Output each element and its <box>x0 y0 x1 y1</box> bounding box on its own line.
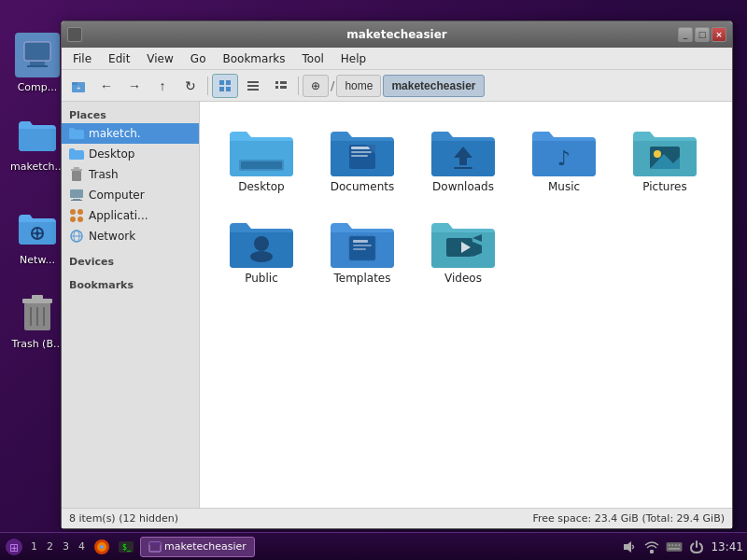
titlebar-controls: _ □ × <box>678 27 726 42</box>
svg-point-36 <box>78 217 83 222</box>
menu-bookmarks[interactable]: Bookmarks <box>215 50 292 67</box>
back-button[interactable]: ← <box>93 74 120 98</box>
menu-file[interactable]: File <box>65 50 99 67</box>
menu-go[interactable]: Go <box>183 50 214 67</box>
svg-rect-43 <box>351 147 370 149</box>
forward-button[interactable]: → <box>121 74 148 98</box>
svg-rect-47 <box>454 167 472 169</box>
svg-rect-44 <box>351 151 372 153</box>
file-item-documents[interactable]: Documents <box>316 117 409 201</box>
computer-icon <box>69 188 84 203</box>
svg-rect-18 <box>219 87 224 91</box>
folder-icon-desktop <box>228 124 295 180</box>
location-icon-button[interactable]: ⊕ <box>303 75 329 97</box>
sidebar-item-maketecheasier[interactable]: maketch. <box>62 123 199 144</box>
svg-rect-41 <box>241 161 282 169</box>
network-icon <box>69 229 84 244</box>
taskbar-power-icon[interactable] <box>688 539 705 555</box>
file-item-label: Documents <box>331 180 394 193</box>
svg-text:⊞: ⊞ <box>9 541 19 554</box>
taskbar: ⊞ 1 2 3 4 $_ maketecheasier <box>0 532 747 560</box>
file-item-desktop[interactable]: Desktop <box>215 117 308 201</box>
workspace-2[interactable]: 2 <box>44 540 56 553</box>
desktop-icon-network-label: Netw... <box>20 254 55 266</box>
sidebar-item-trash[interactable]: Trash <box>62 164 199 185</box>
sidebar-item-label: Trash <box>89 168 119 181</box>
file-item-label: Pictures <box>642 180 687 193</box>
sidebar-item-label: Computer <box>89 189 145 202</box>
menu-view[interactable]: View <box>139 50 180 67</box>
taskbar-network-icon[interactable] <box>643 539 660 555</box>
apps-icon <box>69 208 84 223</box>
taskbar-keyboard-icon[interactable]: EN <box>666 539 683 555</box>
file-item-label: Desktop <box>238 180 285 193</box>
desktop-icon-trash[interactable]: Trash (B... <box>7 289 67 350</box>
up-button[interactable]: ↑ <box>149 74 176 98</box>
taskbar-system-tray: EN 13:41 <box>621 539 743 555</box>
desktop-icon-network[interactable]: Netw... <box>7 205 67 266</box>
file-item-public[interactable]: Public <box>215 208 308 292</box>
sidebar-item-network[interactable]: Network <box>62 226 199 246</box>
taskbar-speaker-icon[interactable] <box>621 539 638 555</box>
file-item-videos[interactable]: Videos <box>416 208 510 292</box>
sidebar-item-label: Applicati... <box>89 209 148 222</box>
sidebar-section-devices: Devices <box>62 252 199 270</box>
taskbar-terminal-icon[interactable]: $_ <box>116 537 136 557</box>
svg-point-34 <box>78 209 83 215</box>
folder-icon-music: ♪ <box>530 124 598 180</box>
file-item-label: Videos <box>444 272 482 285</box>
content-area: Places maketch. Desktop <box>62 102 732 508</box>
svg-rect-77 <box>679 544 681 546</box>
sidebar-item-desktop[interactable]: Desktop <box>62 144 199 164</box>
folder-icon-public <box>228 216 295 272</box>
free-space: Free space: 23.4 GiB (Total: 29.4 GiB) <box>532 512 725 525</box>
new-folder-button[interactable]: + <box>65 74 92 98</box>
toolbar: + ← → ↑ ↻ ⊕ / home maketecheasier <box>62 70 732 102</box>
folder-icon <box>69 147 84 161</box>
location-home-button[interactable]: home <box>336 75 381 97</box>
location-current-button[interactable]: maketecheasier <box>383 75 484 97</box>
taskbar-start-icon[interactable]: ⊞ <box>4 537 24 557</box>
file-item-pictures[interactable]: Pictures <box>618 117 712 201</box>
svg-rect-70 <box>149 542 161 545</box>
desktop-icon-maketch-label: maketch... <box>10 161 64 173</box>
compact-view-button[interactable] <box>240 74 266 98</box>
menu-help[interactable]: Help <box>333 50 374 67</box>
workspace-1[interactable]: 1 <box>28 540 40 553</box>
taskbar-window-btn[interactable]: maketecheasier <box>140 537 255 557</box>
taskbar-window-label: maketecheasier <box>164 540 247 553</box>
items-count: 8 item(s) (12 hidden) <box>69 512 178 525</box>
workspace-4[interactable]: 4 <box>76 540 88 553</box>
menu-edit[interactable]: Edit <box>101 50 137 67</box>
svg-text:+: + <box>77 84 81 92</box>
location-bar: ⊕ / home maketecheasier <box>303 74 728 98</box>
sidebar-item-applications[interactable]: Applicati... <box>62 205 199 226</box>
reload-button[interactable]: ↻ <box>177 74 204 98</box>
file-item-music[interactable]: ♪ Music <box>517 117 611 201</box>
svg-rect-74 <box>669 544 670 546</box>
close-button[interactable]: × <box>712 27 726 42</box>
trash-icon <box>69 167 84 182</box>
desktop-icon-maketch[interactable]: maketch... <box>7 112 67 173</box>
icon-view-button[interactable] <box>212 74 238 98</box>
file-item-templates[interactable]: Templates <box>316 208 409 292</box>
window-title: maketecheasier <box>346 28 446 41</box>
svg-rect-29 <box>74 167 79 170</box>
svg-rect-45 <box>351 155 368 157</box>
maximize-button[interactable]: □ <box>695 27 710 42</box>
svg-rect-20 <box>247 81 259 83</box>
file-item-downloads[interactable]: Downloads <box>416 117 510 201</box>
minimize-button[interactable]: _ <box>678 27 693 42</box>
folder-icon-videos <box>430 216 497 272</box>
sidebar-item-computer[interactable]: Computer <box>62 185 199 205</box>
folder-icon-documents <box>329 124 396 180</box>
svg-rect-75 <box>672 544 674 546</box>
menu-tool[interactable]: Tool <box>295 50 331 67</box>
svg-rect-17 <box>226 80 231 85</box>
list-view-button[interactable] <box>268 74 294 98</box>
taskbar-firefox-icon[interactable] <box>92 537 112 557</box>
statusbar: 8 item(s) (12 hidden) Free space: 23.4 G… <box>62 508 732 528</box>
workspace-3[interactable]: 3 <box>60 540 72 553</box>
file-manager-window: maketecheasier _ □ × File Edit View Go B… <box>61 21 733 529</box>
desktop-icon-computer[interactable]: Comp... <box>7 33 67 93</box>
